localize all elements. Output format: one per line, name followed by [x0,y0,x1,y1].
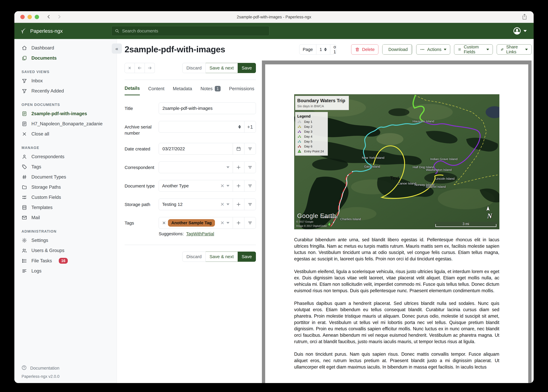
close-window-button[interactable] [20,15,25,19]
add-tag-button[interactable] [233,217,244,229]
tab-permissions[interactable]: Permissions [229,86,254,95]
chevron-down-icon[interactable] [226,166,230,168]
title-input[interactable] [162,106,252,111]
sidebar-item-storage-paths[interactable]: Storage Paths [14,182,117,192]
chevron-down-icon[interactable] [226,203,230,205]
add-storage-path-button[interactable] [233,199,244,210]
sidebar-section-header: OPEN DOCUMENTS [22,103,117,107]
tab-content[interactable]: Content [148,86,165,95]
sidebar-item-mail[interactable]: Mail [14,213,117,223]
sidebar-item-templates[interactable]: Templates [14,203,117,213]
sidebar-item-users-groups[interactable]: Users & Groups [14,245,117,256]
date-filter-button[interactable] [244,143,256,154]
sidebar-item-label: Settings [31,238,48,243]
calendar-button[interactable] [233,143,244,154]
correspondent-select[interactable] [159,162,233,173]
add-document-type-button[interactable] [233,180,244,191]
chevron-down-icon[interactable] [226,185,230,187]
map-title: Boundary Waters Trip [297,98,345,103]
date-created-input[interactable] [162,146,230,152]
search-input[interactable] [122,28,266,34]
discard-button[interactable]: Discard [182,63,206,73]
sidebar-item-dashboard[interactable]: Dashboard [14,43,117,53]
delete-button[interactable]: Delete [351,44,378,55]
tags-filter-button[interactable] [244,217,256,229]
sidebar-item-settings[interactable]: Settings [14,235,117,245]
tab-details[interactable]: Details [125,86,140,95]
page-stepper-icon[interactable] [324,48,327,51]
minimize-window-button[interactable] [28,15,32,19]
browser-back-icon[interactable] [47,14,51,20]
save-and-next-button[interactable]: Save & next [206,63,238,73]
add-correspondent-button[interactable] [233,162,244,173]
close-document-button[interactable] [125,63,135,73]
pdf-viewer-frame[interactable]: Boundary Waters Trip Six days in BWCA Le… [262,61,532,383]
storage-path-select[interactable]: Testing 12 ✕ [159,199,233,210]
app-brand[interactable]: Paperless-ngx [20,28,63,34]
filter-icon [248,147,252,151]
chevron-down-icon[interactable] [226,222,230,224]
chevron-down-icon [523,30,527,32]
sidebar-item-document-types[interactable]: Document Types [14,172,117,182]
tab-metadata[interactable]: Metadata [173,86,192,95]
entry-point-icon [297,150,302,153]
sidebar-item-file-tasks[interactable]: File Tasks16 [14,256,117,266]
previous-document-button[interactable] [135,63,145,73]
page-number-input[interactable]: 1 [316,44,330,54]
discard-button-bottom[interactable]: Discard [182,252,206,262]
number-stepper-icon[interactable] [238,125,241,129]
download-button[interactable]: Download [382,44,411,54]
sidebar-item-recently-added[interactable]: Recently Added [14,86,117,96]
share-icon[interactable] [522,14,527,20]
hash-icon [22,174,27,180]
user-menu[interactable] [513,27,527,35]
legend-label: Day 1 [304,120,312,124]
tag-suggestion-link[interactable]: TagWithPartial [186,231,214,236]
question-circle-icon [22,365,27,371]
save-button-bottom[interactable]: Save [238,252,256,262]
custom-fields-button[interactable]: Custom Fields [454,44,493,55]
sidebar-item-inbox[interactable]: Inbox [14,76,117,86]
save-and-next-button-bottom[interactable]: Save & next [206,252,238,262]
sidebar-item-documents[interactable]: Documents [14,53,117,63]
sidebar-item-correspondents[interactable]: Correspondents [14,152,117,162]
actions-menu-button[interactable]: Actions [416,44,450,55]
document-type-filter-button[interactable] [244,180,256,191]
clear-icon[interactable]: ✕ [220,202,224,207]
page-label: Page [299,44,316,54]
tag-icon [22,164,27,170]
suggestions-label: Suggestions: [159,231,184,236]
sidebar-item-2sample-pdf-with-images[interactable]: 2sample-pdf-with-images [14,109,117,119]
tags-select[interactable]: ✕ Another Sample Tag ✕ [159,217,233,229]
route-dots-icon [297,120,302,124]
collapse-sidebar-button[interactable]: « [112,43,122,54]
sidebar-item-logs[interactable]: Logs [14,266,117,276]
sidebar-item-tags[interactable]: Tags [14,162,117,172]
map-credit: © 2017 Google [296,220,313,223]
document-type-select[interactable]: Another Type ✕ [159,180,233,191]
sidebar-item-label: Mail [31,215,40,220]
asn-input[interactable] [162,124,236,130]
tag-chip[interactable]: Another Sample Tag [168,219,215,227]
sidebar-item-close-all[interactable]: Close all [14,129,117,139]
clear-icon[interactable]: ✕ [220,183,224,189]
remove-tag-icon[interactable]: ✕ [162,220,166,226]
storage-path-filter-button[interactable] [244,199,256,210]
download-options-button[interactable] [411,44,412,54]
next-document-button[interactable] [145,63,155,73]
browser-forward-icon[interactable] [57,14,61,20]
global-search[interactable] [111,26,269,36]
users-icon [22,248,27,253]
plus-icon [236,183,241,188]
asn-plus-one-button[interactable]: +1 [244,121,256,133]
zoom-window-button[interactable] [35,15,39,19]
tab-notes[interactable]: Notes1 [201,86,221,95]
compass-north: N [487,213,492,219]
sidebar-item-custom-fields[interactable]: Custom Fields [14,192,117,203]
correspondent-filter-button[interactable] [244,162,256,173]
clear-icon[interactable]: ✕ [220,220,224,226]
save-button[interactable]: Save [238,63,256,73]
share-links-button[interactable]: Share Links [497,44,532,55]
sidebar-item-h7-napoleon-bonaparte-zadanie[interactable]: H7_Napoleon_Bonaparte_zadanie [14,119,117,129]
sidebar-item-documentation[interactable]: Documentation [22,363,117,373]
